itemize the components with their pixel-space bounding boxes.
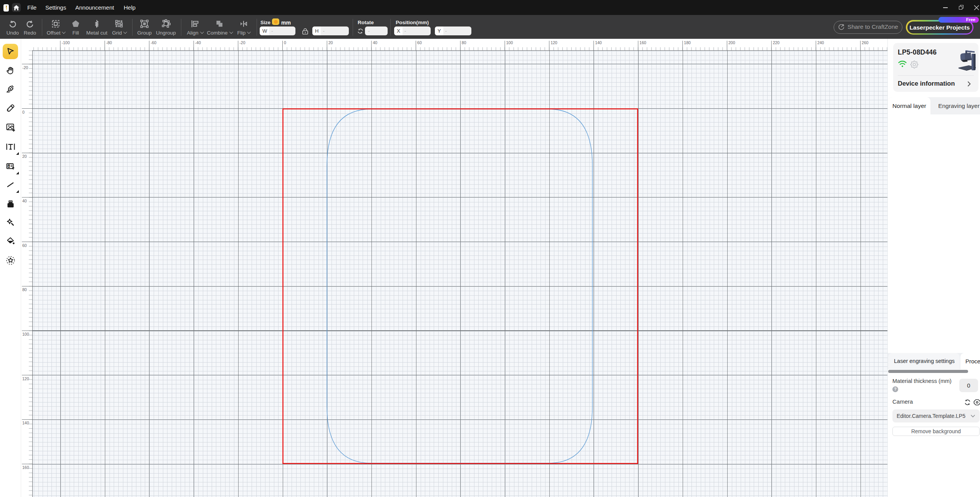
svg-text:140: 140: [595, 40, 602, 45]
svg-text:260: 260: [862, 40, 869, 45]
svg-text:x: x: [8, 164, 10, 168]
svg-text:240: 240: [817, 40, 824, 45]
svg-text:-100: -100: [62, 40, 70, 45]
svg-text:-20: -20: [22, 65, 28, 70]
svg-text:-80: -80: [106, 40, 112, 45]
svg-text:0: 0: [284, 40, 286, 45]
svg-text:220: 220: [773, 40, 780, 45]
svg-text:160: 160: [640, 40, 647, 45]
svg-text:20: 20: [328, 40, 333, 45]
svg-text:-40: -40: [195, 40, 201, 45]
svg-text:80: 80: [462, 40, 466, 45]
svg-text:100: 100: [22, 332, 29, 336]
svg-text:100: 100: [506, 40, 513, 45]
svg-text:80: 80: [22, 287, 27, 292]
svg-text:60: 60: [417, 40, 422, 45]
svg-text:120: 120: [22, 376, 29, 381]
svg-text:-60: -60: [151, 40, 156, 45]
svg-text:20: 20: [22, 154, 27, 159]
svg-text:40: 40: [22, 199, 27, 203]
svg-text:40: 40: [373, 40, 377, 45]
svg-text:120: 120: [551, 40, 557, 45]
svg-text:0: 0: [22, 110, 25, 114]
svg-text:160: 160: [22, 465, 29, 470]
svg-text:200: 200: [728, 40, 735, 45]
svg-text:140: 140: [22, 421, 29, 425]
svg-text:60: 60: [22, 243, 27, 248]
svg-text:-20: -20: [239, 40, 245, 45]
svg-text:180: 180: [684, 40, 691, 45]
